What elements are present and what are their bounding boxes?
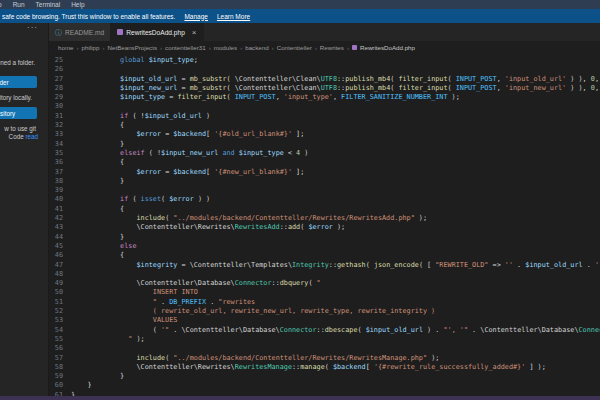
breadcrumb-item[interactable]: backend	[245, 44, 268, 51]
line-number[interactable]: 42	[49, 214, 63, 223]
line-number[interactable]: 25	[49, 56, 63, 65]
menu-item-help[interactable]: Help	[71, 1, 84, 8]
line-number[interactable]: 54	[49, 326, 63, 335]
code-line[interactable]: 36 {	[49, 158, 600, 167]
code-line[interactable]: 57 include( "../modules/backend/Contentt…	[49, 354, 600, 363]
code-text: \Contentteller\Rewrites\RewritesManage::…	[63, 363, 546, 372]
code-line[interactable]: 33 $error = $backend[ '{#old_url_blank#}…	[49, 130, 600, 139]
line-number[interactable]: 47	[49, 261, 63, 270]
breadcrumb-item[interactable]: RewritesDoAdd.php	[360, 44, 415, 51]
line-number[interactable]: 55	[49, 335, 63, 344]
line-number[interactable]: 57	[49, 354, 63, 363]
code-line[interactable]: 42 include( "../modules/backend/Contentt…	[49, 214, 600, 223]
more-actions-icon[interactable]: ···	[27, 23, 38, 32]
code-line[interactable]: 30	[49, 102, 600, 111]
tab-rewritesdoadd-php[interactable]: RewritesDoAdd.php ×	[111, 23, 203, 41]
line-number[interactable]: 60	[49, 381, 63, 390]
line-number[interactable]: 51	[49, 298, 63, 307]
line-number[interactable]: 27	[49, 75, 63, 84]
menu-item-go[interactable]: Go	[0, 1, 2, 8]
code-line[interactable]: 59 }	[49, 372, 600, 381]
menu-item-run[interactable]: Run	[13, 1, 25, 8]
line-number[interactable]: 44	[49, 233, 63, 242]
breadcrumb-item[interactable]: Rewrites	[320, 44, 344, 51]
breadcrumb-item[interactable]: philipp	[82, 44, 100, 51]
breadcrumb-item[interactable]: NetBeansProjects	[108, 44, 158, 51]
line-number[interactable]: 53	[49, 316, 63, 325]
line-number[interactable]: 46	[49, 251, 63, 260]
code-line[interactable]: 56	[49, 344, 600, 353]
open-folder-button[interactable]: Open Folder	[0, 76, 37, 88]
code-line[interactable]: 31 if ( !$input_old_url )	[49, 112, 600, 121]
code-line[interactable]: 27 $input_old_url = mb_substr( \Contentt…	[49, 75, 600, 84]
line-number[interactable]: 40	[49, 195, 63, 204]
line-number[interactable]: 58	[49, 363, 63, 372]
line-number[interactable]: 48	[49, 270, 63, 279]
code-line[interactable]: 61}	[49, 391, 600, 396]
code-line[interactable]: 47 $integrity = \Contentteller\Templates…	[49, 261, 600, 270]
line-number[interactable]: 30	[49, 102, 63, 111]
code-line[interactable]: 32 {	[49, 121, 600, 130]
breadcrumb-item[interactable]: home	[58, 44, 73, 51]
line-number[interactable]: 52	[49, 307, 63, 316]
code-line[interactable]: 29 $input_type = filter_input( INPUT_POS…	[49, 93, 600, 102]
line-number[interactable]: 35	[49, 149, 63, 158]
line-number[interactable]: 33	[49, 130, 63, 139]
line-number[interactable]: 50	[49, 288, 63, 297]
line-number[interactable]: 36	[49, 158, 63, 167]
code-text: {	[63, 205, 124, 214]
line-number[interactable]: 28	[49, 84, 63, 93]
line-number[interactable]: 32	[49, 121, 63, 130]
code-line[interactable]: 53 VALUES	[49, 316, 600, 325]
manage-link[interactable]: Manage	[184, 13, 208, 20]
line-number[interactable]: 49	[49, 279, 63, 288]
close-tab-icon[interactable]: ×	[192, 28, 197, 37]
learn-more-link[interactable]: Learn More	[217, 13, 250, 20]
line-number[interactable]: 41	[49, 205, 63, 214]
code-line[interactable]: 43 \Contentteller\Rewrites\RewritesAdd::…	[49, 223, 600, 232]
status-bar[interactable]	[0, 396, 600, 400]
code-line[interactable]: 60 }	[49, 381, 600, 390]
line-number[interactable]: 43	[49, 223, 63, 232]
breadcrumb-item[interactable]: Contentteller	[277, 44, 312, 51]
code-line[interactable]: 40 if ( isset( $error ) )	[49, 195, 600, 204]
code-line[interactable]: 49 \Contentteller\Database\Connector::db…	[49, 279, 600, 288]
code-line[interactable]: 28 $input_new_url = mb_substr( \Contentt…	[49, 84, 600, 93]
line-number[interactable]: 59	[49, 372, 63, 381]
code-line[interactable]: 48	[49, 270, 600, 279]
code-line[interactable]: 25 global $input_type;	[49, 56, 600, 65]
code-line[interactable]: 58 \Contentteller\Rewrites\RewritesManag…	[49, 363, 600, 372]
code-line[interactable]: 26	[49, 65, 600, 74]
line-number[interactable]: 37	[49, 168, 63, 177]
breadcrumb-item[interactable]: modules	[214, 44, 237, 51]
line-number[interactable]: 39	[49, 186, 63, 195]
line-number[interactable]: 31	[49, 112, 63, 121]
read-docs-link[interactable]: read	[25, 133, 38, 140]
code-line[interactable]: 37 $error = $backend[ '{#new_url_blank#}…	[49, 168, 600, 177]
code-line[interactable]: 39	[49, 186, 600, 195]
code-line[interactable]: 55 " );	[49, 335, 600, 344]
code-line[interactable]: 34 }	[49, 140, 600, 149]
line-number[interactable]: 26	[49, 65, 63, 74]
line-number[interactable]: 45	[49, 242, 63, 251]
code-line[interactable]: 35 elseif ( !$input_new_url and $input_t…	[49, 149, 600, 158]
code-line[interactable]: 45 else	[49, 242, 600, 251]
code-editor[interactable]: 25 global $input_type;2627 $input_old_ur…	[49, 53, 600, 396]
line-number[interactable]: 38	[49, 177, 63, 186]
breadcrumb-item[interactable]: contentteller31	[165, 44, 206, 51]
code-line[interactable]: 46 {	[49, 251, 600, 260]
code-line[interactable]: 44 }	[49, 233, 600, 242]
code-line[interactable]: 38 }	[49, 177, 600, 186]
line-number[interactable]: 34	[49, 140, 63, 149]
line-number[interactable]: 29	[49, 93, 63, 102]
code-line[interactable]: 52 ( rewrite_old_url, rewrite_new_url, r…	[49, 307, 600, 316]
tab-readme-md[interactable]: ⓘ README.md	[49, 23, 111, 41]
code-line[interactable]: 54 ( '" . \Contentteller\Database\Connec…	[49, 326, 600, 335]
clone-repository-button[interactable]: Clone Repository	[0, 107, 37, 119]
code-line[interactable]: 51 " . DB_PREFIX . "rewrites	[49, 298, 600, 307]
code-line[interactable]: 50 INSERT INTO	[49, 288, 600, 297]
line-number[interactable]: 56	[49, 344, 63, 353]
menu-item-terminal[interactable]: Terminal	[36, 1, 61, 8]
code-line[interactable]: 41 {	[49, 205, 600, 214]
line-number[interactable]: 61	[49, 391, 63, 396]
